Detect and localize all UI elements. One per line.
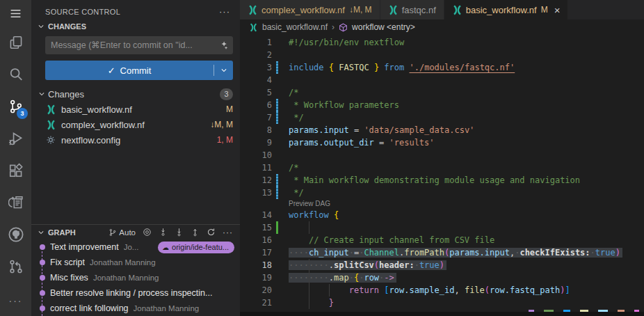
- code-token: =: [349, 125, 364, 135]
- code-area[interactable]: 1#!/usr/bin/env nextflow23include { FAST…: [240, 35, 644, 316]
- code-token: (: [374, 260, 379, 270]
- code-line-1[interactable]: 1#!/usr/bin/env nextflow: [240, 36, 644, 49]
- code-token: ·: [349, 273, 354, 283]
- graph-section-header[interactable]: GRAPH Auto ···: [31, 224, 240, 239]
- code-line-18[interactable]: 18········.splitCsv(header:·true): [240, 259, 644, 271]
- pull-request-icon[interactable]: [0, 251, 31, 283]
- sidebar-more-icon[interactable]: ···: [219, 6, 230, 17]
- refresh-icon[interactable]: [207, 228, 216, 237]
- code-line-17[interactable]: 17····ch_input·=·Channel.fromPath(params…: [240, 246, 644, 259]
- commit-message: Fix script: [50, 258, 85, 267]
- code-line-20[interactable]: 20 return [row.sample_id, file(row.fastq…: [240, 284, 644, 297]
- chevron-down-icon: [38, 229, 45, 236]
- debug-icon[interactable]: [0, 123, 31, 155]
- commit-dot-icon: [40, 275, 45, 281]
- line-number: 21: [240, 297, 272, 309]
- gear-icon: [46, 135, 56, 145]
- code-line-2[interactable]: 2: [240, 49, 644, 61]
- line-number: 15: [240, 221, 272, 234]
- code-token: Channel: [364, 248, 399, 258]
- tab-fastqc.nf[interactable]: fastqc.nf: [380, 0, 444, 19]
- search-icon[interactable]: [0, 58, 31, 90]
- git-fetch-icon[interactable]: [159, 228, 168, 237]
- commit-row[interactable]: Text improvementJo...☁origin/ide-featu..…: [31, 239, 240, 255]
- tab-basic_workflow.nf[interactable]: basic_workflow.nfM×: [444, 0, 568, 19]
- commit-button[interactable]: ✓ Commit: [45, 61, 233, 80]
- line-number: 4: [240, 74, 272, 86]
- code-line-5[interactable]: 5/*: [240, 86, 644, 99]
- code-line-3[interactable]: 3include { FASTQC } from './modules/fast…: [240, 61, 644, 74]
- changes-count-badge: 3: [220, 88, 233, 100]
- target-icon[interactable]: [143, 228, 152, 237]
- commit-row[interactable]: Better resolve linking / process inspect…: [31, 285, 240, 301]
- code-line-7[interactable]: 7 */: [240, 111, 644, 124]
- commit-dropdown-button[interactable]: [214, 67, 233, 74]
- commit-message-input[interactable]: [45, 36, 233, 54]
- commit-row[interactable]: Fix scriptJonathan Manning: [31, 255, 240, 270]
- code-token: [289, 235, 309, 245]
- git-push-icon[interactable]: [191, 228, 200, 237]
- sparkle-icon[interactable]: [218, 40, 228, 50]
- graph-section-label: GRAPH: [48, 228, 76, 237]
- github-icon[interactable]: [0, 219, 31, 251]
- graph-auto-toggle[interactable]: Auto: [108, 228, 136, 237]
- tab-bar: complex_workflow.nf↓M, Mfastqc.nfbasic_w…: [240, 0, 644, 19]
- code-line-21[interactable]: 21 }: [240, 297, 644, 309]
- code-token: params.output_dir: [289, 138, 374, 148]
- code-token: 'data/sample_data.csv': [364, 125, 474, 135]
- activity-more-icon[interactable]: ···: [0, 283, 31, 315]
- code-token: true: [419, 260, 440, 270]
- breadcrumb-file[interactable]: basic_workflow.nf: [262, 22, 328, 32]
- code-line-12[interactable]: 12 * Main workflow demonstrating module …: [240, 174, 644, 187]
- code-token: header:: [379, 260, 414, 270]
- tab-complex_workflow.nf[interactable]: complex_workflow.nf↓M, M: [240, 0, 380, 19]
- branch-ref-label: origin/ide-featu...: [172, 243, 229, 251]
- code-line-4[interactable]: 4: [240, 74, 644, 86]
- changes-tree-node[interactable]: Changes 3: [31, 86, 240, 102]
- code-token: ········: [289, 273, 329, 283]
- line-number: 7: [240, 111, 272, 124]
- code-line-8[interactable]: 8params.input = 'data/sample_data.csv': [240, 124, 644, 136]
- file-row-basic_workflow.nf[interactable]: basic_workflow.nfM: [31, 102, 240, 117]
- extensions-icon[interactable]: [0, 155, 31, 187]
- code-token: ·: [349, 248, 354, 258]
- code-line-9[interactable]: 9params.output_dir = 'results': [240, 136, 644, 149]
- code-token: #!/usr/bin/env nextflow: [289, 38, 404, 47]
- file-row-nextflow.config[interactable]: nextflow.config1, M: [31, 132, 240, 148]
- explorer-icon[interactable]: [0, 26, 31, 58]
- line-number: 14: [240, 209, 272, 221]
- breadcrumb-symbol[interactable]: workflow <entry>: [352, 22, 415, 32]
- code-line-19[interactable]: 19········.map·{·row·->: [240, 271, 644, 284]
- git-pull-icon[interactable]: [175, 228, 184, 237]
- close-icon[interactable]: ×: [554, 5, 561, 15]
- source-control-icon[interactable]: 3: [0, 90, 31, 123]
- code-token: * Workflow parameters: [289, 100, 399, 110]
- commit-row[interactable]: correct link followingJonathan Manning: [31, 301, 240, 316]
- file-row-complex_workflow.nf[interactable]: complex_workflow.nf↓M, M: [31, 117, 240, 132]
- chevron-down-icon[interactable]: [38, 23, 45, 30]
- graph-auto-label: Auto: [119, 228, 136, 237]
- code-line-10[interactable]: 10: [240, 149, 644, 161]
- code-line-6[interactable]: 6 * Workflow parameters: [240, 99, 644, 111]
- branch-ref-badge[interactable]: ☁origin/ide-featu...: [158, 242, 234, 253]
- document-sync-icon[interactable]: [0, 187, 31, 219]
- code-token: ·: [414, 260, 419, 270]
- commit-dot-icon: [40, 260, 45, 265]
- sidebar-spacer: [31, 148, 240, 224]
- code-token: params.input: [449, 248, 510, 258]
- code-line-14[interactable]: 14workflow {: [240, 209, 644, 221]
- line-number: 9: [240, 136, 272, 149]
- codelens-preview-dag[interactable]: Preview DAG: [240, 199, 644, 209]
- gutter-modified-mark: [276, 99, 278, 111]
- code-line-15[interactable]: 15: [240, 221, 644, 234]
- code-line-11[interactable]: 11/*: [240, 161, 644, 174]
- code-token: /*: [289, 163, 298, 173]
- graph-more-icon[interactable]: ···: [223, 228, 233, 237]
- line-content: [289, 74, 644, 86]
- hamburger-icon[interactable]: [0, 0, 31, 26]
- selection-highlight: ········.splitCsv(header:·true): [289, 260, 446, 270]
- code-line-13[interactable]: 13 */: [240, 187, 644, 199]
- commit-row[interactable]: Misc fixesJonathan Manning: [31, 270, 240, 285]
- code-token: ch_input: [309, 248, 349, 258]
- code-line-16[interactable]: 16 // Create input channel from CSV file: [240, 234, 644, 246]
